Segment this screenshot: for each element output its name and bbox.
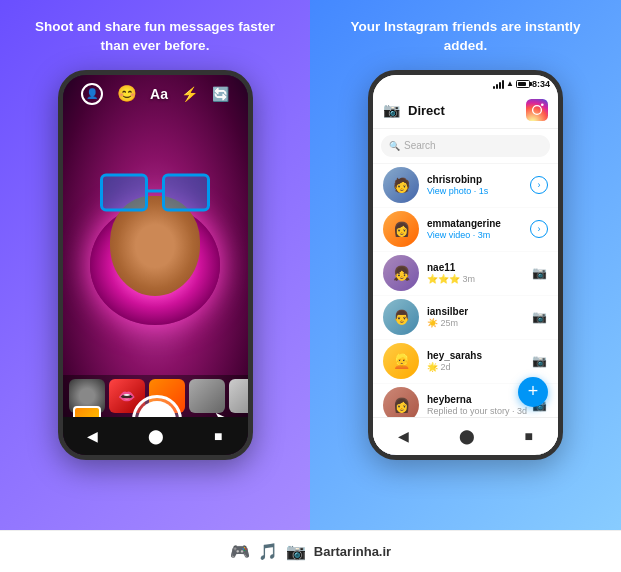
sunglasses-overlay bbox=[100, 174, 210, 219]
right-panel: Your Instagram friends are instantly add… bbox=[310, 0, 621, 530]
search-bar[interactable]: 🔍 Search bbox=[373, 129, 558, 164]
dm-item[interactable]: 👩emmatangerineView video · 3m› bbox=[373, 208, 558, 252]
dm-info: iansilber☀️ 25m bbox=[427, 306, 530, 328]
left-panel: Shoot and share fun messages faster than… bbox=[0, 0, 310, 530]
brand-name: Bartarinha.ir bbox=[314, 544, 391, 559]
status-icons: ▲ 8:34 bbox=[493, 79, 550, 89]
bottom-bar: 🎮 🎵 📷 Bartarinha.ir bbox=[0, 530, 621, 572]
left-phone-nav: ◀ ⬤ ■ bbox=[63, 417, 248, 455]
dm-username: nae11 bbox=[427, 262, 530, 273]
search-input[interactable]: 🔍 Search bbox=[381, 135, 550, 157]
text-mode-button[interactable]: Aa bbox=[150, 86, 168, 102]
dm-preview: ⭐⭐⭐ 3m bbox=[427, 274, 530, 284]
back-button-right[interactable]: ◀ bbox=[398, 428, 409, 444]
dm-username: heyberna bbox=[427, 394, 530, 405]
status-time: 8:34 bbox=[532, 79, 550, 89]
dm-avatar: 👧 bbox=[383, 255, 419, 291]
dm-username: emmatangerine bbox=[427, 218, 530, 229]
dm-meta: › bbox=[530, 220, 548, 238]
dm-item[interactable]: 🧑chrisrobinpView photo · 1s› bbox=[373, 164, 558, 208]
dm-camera-icon[interactable]: 📷 bbox=[530, 308, 548, 326]
right-phone-nav: ◀ ⬤ ■ bbox=[373, 417, 558, 455]
battery-fill bbox=[518, 82, 526, 86]
flash-icon[interactable]: ⚡ bbox=[181, 86, 198, 102]
search-placeholder: Search bbox=[404, 140, 436, 151]
signal-bar-3 bbox=[499, 82, 501, 89]
flip-camera-icon[interactable]: 🔄 bbox=[212, 86, 229, 102]
dm-info: hey_sarahs🌟 2d bbox=[427, 350, 530, 372]
dm-avatar: 🧑 bbox=[383, 167, 419, 203]
recent-apps-button[interactable]: ■ bbox=[214, 428, 222, 444]
home-button[interactable]: ⬤ bbox=[148, 428, 164, 444]
back-button[interactable]: ◀ bbox=[87, 428, 98, 444]
dm-camera-icon[interactable]: 📷 bbox=[530, 264, 548, 282]
person-icon[interactable]: 👤 bbox=[81, 83, 103, 105]
right-headline: Your Instagram friends are instantly add… bbox=[310, 18, 621, 56]
dm-item[interactable]: 👨iansilber☀️ 25m📷 bbox=[373, 296, 558, 340]
dm-camera-icon[interactable]: 📷 bbox=[530, 352, 548, 370]
signal-bar-4 bbox=[502, 80, 504, 89]
dm-list: 🧑chrisrobinpView photo · 1s›👩emmatangeri… bbox=[373, 164, 558, 460]
status-bar: ▲ 8:34 bbox=[373, 75, 558, 93]
dm-username: iansilber bbox=[427, 306, 530, 317]
dm-avatar: 👩 bbox=[383, 211, 419, 247]
dm-action-chevron[interactable]: › bbox=[530, 220, 548, 238]
dm-preview: View video · 3m bbox=[427, 230, 530, 240]
game-icon: 🎮 bbox=[230, 542, 250, 561]
search-icon: 🔍 bbox=[389, 141, 400, 151]
person-silhouette: 👤 bbox=[86, 88, 98, 99]
recent-apps-button-right[interactable]: ■ bbox=[525, 428, 533, 444]
instagram-logo[interactable] bbox=[526, 99, 548, 121]
dm-info: heybernaReplied to your story · 3d bbox=[427, 394, 530, 416]
dm-item[interactable]: 👧nae11⭐⭐⭐ 3m📷 bbox=[373, 252, 558, 296]
svg-rect-0 bbox=[526, 99, 548, 121]
signal-icon bbox=[493, 79, 504, 89]
battery-icon bbox=[516, 80, 530, 88]
dm-username: chrisrobinp bbox=[427, 174, 530, 185]
dm-info: emmatangerineView video · 3m bbox=[427, 218, 530, 240]
right-phone: ▲ 8:34 📷 Direct bbox=[368, 70, 563, 460]
dm-preview: 🌟 2d bbox=[427, 362, 530, 372]
camera-icon: 📷 bbox=[286, 542, 306, 561]
wifi-icon: ▲ bbox=[506, 79, 514, 88]
glasses-left-lens bbox=[100, 174, 148, 212]
left-headline: Shoot and share fun messages faster than… bbox=[0, 18, 310, 56]
dm-preview: View photo · 1s bbox=[427, 186, 530, 196]
dm-preview: ☀️ 25m bbox=[427, 318, 530, 328]
direct-header: 📷 Direct bbox=[373, 93, 558, 129]
title-area: Direct bbox=[408, 103, 526, 118]
emoji-icon[interactable]: 😊 bbox=[117, 84, 137, 103]
left-phone: 👤 😊 Aa ⚡ 🔄 👄 bbox=[58, 70, 253, 460]
dm-meta: › bbox=[530, 176, 548, 194]
dm-action-chevron[interactable]: › bbox=[530, 176, 548, 194]
dm-info: chrisrobinpView photo · 1s bbox=[427, 174, 530, 196]
direct-title: Direct bbox=[408, 103, 445, 118]
glasses-bridge bbox=[148, 190, 162, 193]
dm-username: hey_sarahs bbox=[427, 350, 530, 361]
battery-tip bbox=[530, 82, 532, 86]
dm-meta: 📷 bbox=[530, 264, 548, 282]
dm-avatar: 👨 bbox=[383, 299, 419, 335]
home-button-right[interactable]: ⬤ bbox=[459, 428, 475, 444]
dm-meta: 📷 bbox=[530, 352, 548, 370]
compose-button[interactable]: + bbox=[518, 377, 548, 407]
dm-avatar: 👱 bbox=[383, 343, 419, 379]
glasses-right-lens bbox=[162, 174, 210, 212]
dm-preview: Replied to your story · 3d bbox=[427, 406, 530, 416]
camera-button[interactable]: 📷 bbox=[383, 102, 400, 118]
dm-meta: 📷 bbox=[530, 308, 548, 326]
svg-point-2 bbox=[541, 104, 544, 107]
music-icon: 🎵 bbox=[258, 542, 278, 561]
signal-bar-2 bbox=[496, 84, 498, 89]
signal-bar-1 bbox=[493, 86, 495, 89]
dm-info: nae11⭐⭐⭐ 3m bbox=[427, 262, 530, 284]
camera-top-bar: 👤 😊 Aa ⚡ 🔄 bbox=[63, 83, 248, 105]
